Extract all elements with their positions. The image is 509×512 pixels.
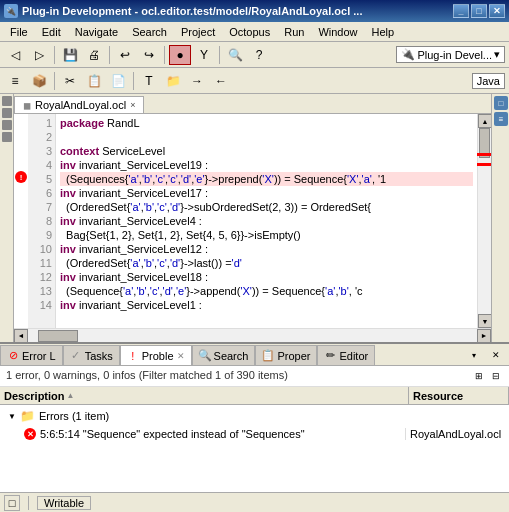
rs-icon-1[interactable]: □ xyxy=(494,96,508,110)
editor-tabs: ◼ RoyalAndLoyal.ocl × xyxy=(14,94,491,114)
expand-icon[interactable]: ▼ xyxy=(8,412,16,421)
search-icon: 🔍 xyxy=(199,350,211,362)
code-content[interactable]: package RandL context ServiceLevel inv i… xyxy=(56,114,477,328)
editor-tab-royalandloyal[interactable]: ◼ RoyalAndLoyal.ocl × xyxy=(14,96,144,113)
left-sidebar xyxy=(0,94,14,342)
sidebar-icon-2[interactable] xyxy=(2,108,12,118)
group-label: Errors (1 item) xyxy=(39,410,109,422)
tab-problems[interactable]: ! Proble ✕ xyxy=(120,345,192,365)
redo-button[interactable]: ↪ xyxy=(138,45,160,65)
line-numbers: 12345 678910 11121314 xyxy=(28,114,56,328)
sidebar-icon-3[interactable] xyxy=(2,120,12,130)
run-button[interactable]: ● xyxy=(169,45,191,65)
group-row-errors[interactable]: ▼ 📁 Errors (1 item) xyxy=(4,407,505,425)
bottom-tabs: ⊘ Error L ✓ Tasks ! Proble ✕ 🔍 Search 📋 … xyxy=(0,344,509,366)
sidebar-icon-4[interactable] xyxy=(2,132,12,142)
status-sep-1 xyxy=(28,496,29,510)
sep-2 xyxy=(109,46,110,64)
tab-filename: RoyalAndLoyal.ocl xyxy=(35,99,126,111)
close-button[interactable]: ✕ xyxy=(489,4,505,18)
outline-button[interactable]: ≡ xyxy=(4,71,26,91)
menu-project[interactable]: Project xyxy=(175,24,221,40)
copy-button[interactable]: 📋 xyxy=(83,71,105,91)
menu-search[interactable]: Search xyxy=(126,24,173,40)
marker-12 xyxy=(14,268,26,282)
open-type-button[interactable]: T xyxy=(138,71,160,91)
tasks-icon: ✓ xyxy=(70,350,82,362)
col-description: Description ▲ xyxy=(0,387,409,404)
menu-window[interactable]: Window xyxy=(312,24,363,40)
minimize-panel-button[interactable]: ▾ xyxy=(463,345,485,365)
h-scroll-track[interactable] xyxy=(28,329,477,343)
menu-run[interactable]: Run xyxy=(278,24,310,40)
editor-scrollbar[interactable]: ▲ ▼ xyxy=(477,114,491,328)
code-line-9: Bag{Set{1, 2}, Set{1, 2}, Set{4, 5, 6}}-… xyxy=(60,228,473,242)
error-resource: RoyalAndLoyal.ocl xyxy=(405,428,505,440)
sep-6 xyxy=(133,72,134,90)
save-button[interactable]: 💾 xyxy=(59,45,81,65)
tab-search[interactable]: 🔍 Search xyxy=(192,345,256,365)
help-button[interactable]: ? xyxy=(248,45,270,65)
h-scrollbar[interactable]: ◄ ► xyxy=(14,328,491,342)
h-scroll-thumb[interactable] xyxy=(38,330,78,342)
filter-summary: 1 error, 0 warnings, 0 infos (Filter mat… xyxy=(6,369,288,381)
marker-13 xyxy=(14,282,26,296)
status-bar: □ Writable xyxy=(0,492,509,512)
prev-button[interactable]: ← xyxy=(210,71,232,91)
problems-icon: ! xyxy=(127,350,139,362)
undo-button[interactable]: ↩ xyxy=(114,45,136,65)
package-button[interactable]: 📦 xyxy=(28,71,50,91)
marker-14 xyxy=(14,296,26,310)
h-scroll-right-button[interactable]: ► xyxy=(477,329,491,343)
maximize-button[interactable]: □ xyxy=(471,4,487,18)
code-editor[interactable]: ! 12345 678910 11121314 xyxy=(14,114,491,328)
next-button[interactable]: → xyxy=(186,71,208,91)
error-log-icon: ⊘ xyxy=(7,350,19,362)
scroll-track[interactable] xyxy=(478,128,491,314)
forward-button[interactable]: ▷ xyxy=(28,45,50,65)
open-res-button[interactable]: 📁 xyxy=(162,71,184,91)
title-bar-buttons: _ □ ✕ xyxy=(453,4,505,18)
code-line-4: inv invariant_ServiceLevel19 : xyxy=(60,158,473,172)
editor-icon: ✏ xyxy=(324,350,336,362)
scroll-up-button[interactable]: ▲ xyxy=(478,114,491,128)
scroll-down-button[interactable]: ▼ xyxy=(478,314,491,328)
collapse-all-button[interactable]: ⊟ xyxy=(489,369,503,383)
file-icon: ◼ xyxy=(23,100,31,111)
filter-button[interactable]: ⊞ xyxy=(472,369,486,383)
paste-button[interactable]: 📄 xyxy=(107,71,129,91)
menu-edit[interactable]: Edit xyxy=(36,24,67,40)
toolbar-2: ≡ 📦 ✂ 📋 📄 T 📁 → ← Java xyxy=(0,68,509,94)
code-line-12: inv invariant_ServiceLevel18 : xyxy=(60,270,473,284)
debug-button[interactable]: Y xyxy=(193,45,215,65)
marker-7 xyxy=(14,198,26,212)
menu-octopus[interactable]: Octopus xyxy=(223,24,276,40)
tab-properties[interactable]: 📋 Proper xyxy=(255,345,317,365)
sidebar-icon-1[interactable] xyxy=(2,96,12,106)
sep-3 xyxy=(164,46,165,64)
tab-tasks[interactable]: ✓ Tasks xyxy=(63,345,120,365)
minimize-button[interactable]: _ xyxy=(453,4,469,18)
cut-button[interactable]: ✂ xyxy=(59,71,81,91)
tab-close-button[interactable]: × xyxy=(130,100,135,110)
print-button[interactable]: 🖨 xyxy=(83,45,105,65)
tab-error-log[interactable]: ⊘ Error L xyxy=(0,345,63,365)
sort-icon: ▲ xyxy=(67,391,75,400)
folder-icon: 📁 xyxy=(20,409,35,423)
code-line-5: (Sequences{'a', 'b', 'c', 'c', 'd', 'e'}… xyxy=(60,172,473,186)
close-panel-button[interactable]: ✕ xyxy=(485,345,507,365)
error-description: 5:6:5:14 "Sequence" expected instead of … xyxy=(40,428,401,440)
code-line-8: inv invariant_ServiceLevel4 : xyxy=(60,214,473,228)
code-line-7: (OrderedSet{'a', 'b', 'c', 'd'}->subOrde… xyxy=(60,200,473,214)
table-row[interactable]: ✕ 5:6:5:14 "Sequence" expected instead o… xyxy=(4,425,505,443)
h-scroll-left-button[interactable]: ◄ xyxy=(14,329,28,343)
code-line-6: inv invariant_ServiceLevel17 : xyxy=(60,186,473,200)
search-ext-button[interactable]: 🔍 xyxy=(224,45,246,65)
menu-navigate[interactable]: Navigate xyxy=(69,24,124,40)
rs-icon-2[interactable]: ≡ xyxy=(494,112,508,126)
menu-file[interactable]: File xyxy=(4,24,34,40)
bottom-panel-header: 1 error, 0 warnings, 0 infos (Filter mat… xyxy=(0,366,509,387)
back-button[interactable]: ◁ xyxy=(4,45,26,65)
menu-help[interactable]: Help xyxy=(366,24,401,40)
tab-editor[interactable]: ✏ Editor xyxy=(317,345,375,365)
